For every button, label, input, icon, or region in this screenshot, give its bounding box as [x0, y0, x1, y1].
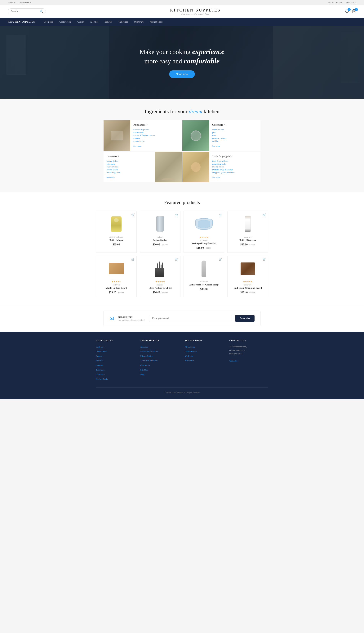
- product-name[interactable]: Butter-Maker: [99, 239, 134, 242]
- nav-item-cutlery[interactable]: Cutlery: [74, 18, 87, 26]
- footer-link-cookware[interactable]: Cookware: [96, 346, 104, 348]
- footer-link-order-history[interactable]: Order History: [185, 350, 196, 353]
- footer-link-cooks-tools[interactable]: Cooks' Tools: [96, 350, 107, 353]
- footer-link-about[interactable]: About us: [140, 346, 148, 348]
- cookware-item[interactable]: pressure cookers: [212, 137, 258, 139]
- product-name[interactable]: Anti-Freeze-Ice-Cream-Scoop: [187, 283, 221, 286]
- tools-title[interactable]: Tools & gadgets >: [212, 155, 258, 158]
- footer-link-kitchen-tools[interactable]: Kitchen Tools: [96, 378, 108, 380]
- search-icon[interactable]: 🔍: [40, 10, 43, 13]
- nav-item-cookware[interactable]: Cookware: [41, 18, 56, 26]
- bakeware-item[interactable]: baking dishes: [106, 160, 152, 162]
- appliances-title[interactable]: Appliances >: [134, 123, 178, 126]
- product-butter-dispenser[interactable]: 🛒 cookware Butter-Dispenser $25.60 $32.0…: [227, 211, 268, 253]
- currency-selector[interactable]: USD EUR: [8, 1, 16, 4]
- footer-link-cutlery[interactable]: Cutlery: [96, 355, 102, 357]
- footer-link-newsletter[interactable]: Newsletter: [185, 360, 194, 362]
- product-boston-shaker[interactable]: 🛒 cutlery Boston-Shaker $20.00 $25.00: [140, 211, 180, 253]
- appliances-item[interactable]: toasters: [134, 137, 178, 139]
- product-name[interactable]: Nesting-Mixing-Bowl-Set: [187, 242, 221, 245]
- product-nesting-bowl[interactable]: 🛒 ★★★★★ cookware Nesting-Mixing-Bowl-Set…: [184, 211, 224, 253]
- nav-item-kitchen-tools[interactable]: Kitchen Tools: [146, 18, 166, 26]
- nav-item-cooks-tools[interactable]: Cooks' Tools: [56, 18, 74, 26]
- product-name[interactable]: Butter-Dispenser: [230, 239, 265, 242]
- product-name[interactable]: End-Grain-Chopping-Board: [230, 287, 265, 289]
- product-name[interactable]: Boston-Shaker: [143, 239, 177, 242]
- footer-link-blog[interactable]: Blog: [140, 373, 144, 376]
- bakeware-item[interactable]: bakeware sets: [106, 166, 152, 168]
- add-to-cart-icon[interactable]: 🛒: [263, 258, 266, 261]
- tools-item[interactable]: measuring tools: [212, 163, 258, 165]
- wishlist-icon-wrap[interactable]: 0: [345, 9, 349, 14]
- add-to-cart-icon[interactable]: 🛒: [219, 213, 222, 216]
- bakeware-item[interactable]: cookie sheets: [106, 168, 152, 171]
- subscribe-button[interactable]: Subscribe: [235, 315, 254, 322]
- product-image-chopping-board: [230, 259, 265, 278]
- footer-link-my-account[interactable]: My Account: [185, 346, 196, 348]
- add-to-cart-icon[interactable]: 🛒: [219, 258, 222, 261]
- nav-item-barware[interactable]: Barware: [102, 18, 116, 26]
- footer-contact5[interactable]: Contact 5: [230, 359, 268, 363]
- currency-select[interactable]: USD EUR: [8, 1, 16, 4]
- add-to-cart-icon[interactable]: 🛒: [175, 258, 178, 261]
- search-box[interactable]: 🔍: [8, 9, 46, 14]
- nav-item-tableware[interactable]: Tableware: [116, 18, 131, 26]
- footer-link-tableware[interactable]: Tableware: [96, 369, 105, 371]
- appliances-item[interactable]: microwaves: [134, 131, 178, 134]
- footer-link-terms[interactable]: Terms & Conditions: [140, 360, 158, 362]
- cookware-item[interactable]: pans: [212, 134, 258, 136]
- subscribe-email-input[interactable]: [149, 315, 232, 322]
- cookware-title[interactable]: Cookware >: [212, 123, 258, 126]
- tools-see-more[interactable]: See more: [212, 176, 220, 179]
- tools-item[interactable]: utensils, tongs & whisks: [212, 168, 258, 171]
- footer-link-delivery[interactable]: Delivery Information: [140, 350, 158, 353]
- product-maple-cutting-board[interactable]: 🛒 ★★★★☆ cookware Maple-Cutting-Board $23…: [96, 256, 137, 297]
- product-ice-cream-scoop[interactable]: 🛒 cookware Anti-Freeze-Ice-Cream-Scoop $…: [184, 256, 224, 297]
- search-input[interactable]: [10, 10, 38, 13]
- footer-link-contact[interactable]: Contact Us: [140, 364, 150, 366]
- product-name[interactable]: Maple-Cutting-Board: [99, 287, 134, 289]
- appliances-item[interactable]: blenders & juicers: [134, 128, 178, 131]
- cart-icon-wrap[interactable]: 0: [352, 9, 356, 14]
- footer-link-wish-list[interactable]: Wish List: [185, 355, 193, 357]
- footer-street: 4578 Marmora road,: [230, 346, 247, 348]
- product-name[interactable]: Glass-Nesting-Bowl-Set: [143, 287, 177, 289]
- bakeware-item[interactable]: decorating tools: [106, 171, 152, 174]
- language-selector[interactable]: ENGLISH FRENCH: [19, 1, 32, 4]
- footer-link-sitemap[interactable]: Site Map: [140, 369, 148, 371]
- bakeware-title[interactable]: Bakeware >: [106, 155, 152, 158]
- bakeware-see-more[interactable]: See more: [106, 176, 114, 179]
- appliances-item[interactable]: mixers & food processors: [134, 134, 178, 136]
- language-select[interactable]: ENGLISH FRENCH: [19, 1, 32, 4]
- tools-item[interactable]: mixing bowls: [212, 166, 258, 168]
- cookware-item[interactable]: cookware sets: [212, 128, 258, 131]
- add-to-cart-icon[interactable]: 🛒: [263, 213, 266, 216]
- product-chopping-board[interactable]: 🛒 ★★★★★ cookware End-Grain-Chopping-Boar…: [227, 256, 268, 297]
- checkout-link[interactable]: CHECKOUT: [345, 1, 356, 4]
- footer-link-electrics[interactable]: Electrics: [96, 360, 103, 362]
- add-to-cart-icon[interactable]: 🛒: [131, 213, 134, 216]
- nav-item-ovenware[interactable]: Ovenware: [131, 18, 146, 26]
- nav-brand[interactable]: KITCHEN SUPPLIES: [8, 18, 39, 26]
- appliances-see-more[interactable]: See more: [134, 145, 141, 147]
- add-to-cart-icon[interactable]: 🛒: [131, 258, 134, 261]
- cookware-item[interactable]: pots: [212, 131, 258, 134]
- hero-shop-now-button[interactable]: Shop now: [169, 70, 195, 78]
- nav-item-electrics[interactable]: Electrics: [87, 18, 102, 26]
- footer-link-barware[interactable]: Barware: [96, 364, 103, 366]
- my-account-link[interactable]: MY ACCOUNT: [328, 1, 342, 4]
- cookware-see-more[interactable]: See more: [212, 145, 220, 147]
- bakeware-item[interactable]: cake pans: [106, 163, 152, 165]
- appliances-item[interactable]: toaster ovens: [134, 140, 178, 142]
- tools-item[interactable]: choppers, graters & slicers: [212, 171, 258, 174]
- old-price: $25.00: [162, 243, 168, 246]
- product-glass-nesting-bowl[interactable]: 🛒 ★★★★★ electrics Glass-Nesting-Bowl-Set…: [140, 256, 180, 297]
- footer-link-ovenware[interactable]: Ovenware: [96, 373, 104, 376]
- footer-link-privacy[interactable]: Privacy Policy: [140, 355, 153, 357]
- nesting-bowl-img: [196, 218, 212, 230]
- add-to-cart-icon[interactable]: 🛒: [175, 213, 178, 216]
- cookware-item[interactable]: griddles: [212, 140, 258, 142]
- product-butter-maker[interactable]: 🛒 stock & multipots Butter-Maker $25.00: [96, 211, 137, 253]
- tools-item[interactable]: tools & utensil sets: [212, 160, 258, 162]
- bakeware-image: [155, 152, 182, 182]
